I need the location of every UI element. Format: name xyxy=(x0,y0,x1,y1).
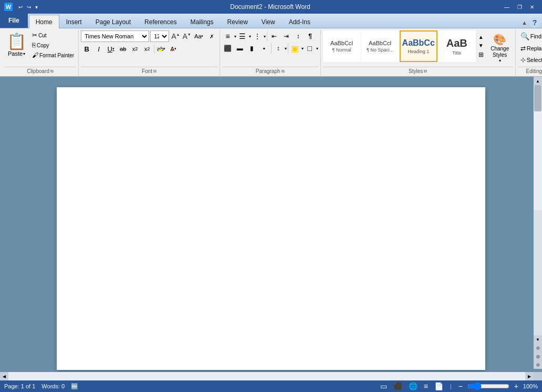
document-page[interactable] xyxy=(57,87,485,370)
style-no-spacing[interactable]: AaBbCcI ¶ No Spaci... xyxy=(361,30,399,62)
zoom-percentage[interactable]: 100% xyxy=(523,383,538,389)
tab-home[interactable]: Home xyxy=(29,15,59,28)
borders-button[interactable]: □ xyxy=(304,43,316,54)
font-color-button[interactable]: A ▾ xyxy=(168,43,179,55)
scroll-track-lower xyxy=(534,210,542,335)
gallery-scroll-down[interactable]: ▼ xyxy=(476,42,486,49)
grow-font-button[interactable]: A▲ xyxy=(170,32,181,40)
paste-dropdown-arrow[interactable]: ▾ xyxy=(23,51,25,56)
style-title[interactable]: AaB Title xyxy=(438,30,476,62)
change-case-button[interactable]: Aa▾ xyxy=(193,30,205,42)
styles-dialog-launcher[interactable]: ⧉ xyxy=(424,69,427,74)
help-button[interactable]: ? xyxy=(529,17,540,28)
scroll-left-button[interactable]: ◀ xyxy=(0,372,8,380)
bullets-dropdown[interactable]: ▾ xyxy=(234,34,236,39)
underline-button[interactable]: U▾ xyxy=(105,43,117,55)
align-right-button[interactable]: ▮ xyxy=(246,43,258,54)
tab-page-layout[interactable]: Page Layout xyxy=(89,15,138,28)
scroll-thumb[interactable] xyxy=(534,85,541,111)
clear-formatting-button[interactable]: ✗ xyxy=(206,30,217,42)
minimize-button[interactable]: — xyxy=(501,2,513,12)
decrease-indent-button[interactable]: ⇤ xyxy=(268,30,280,42)
zoom-in-button[interactable]: + xyxy=(513,381,520,391)
gallery-scroll-up[interactable]: ▲ xyxy=(476,33,486,41)
scrollbar-corner xyxy=(534,372,542,380)
change-styles-dropdown[interactable]: ▾ xyxy=(499,58,501,63)
italic-button[interactable]: I xyxy=(93,43,105,55)
select-icon: ⊹ xyxy=(520,56,526,64)
align-center-button[interactable]: ▬ xyxy=(234,43,246,54)
draft-view[interactable]: 📄 xyxy=(433,381,445,391)
multilevel-list-button[interactable]: ⋮ xyxy=(252,30,263,42)
full-screen-view[interactable]: ⬛ xyxy=(392,381,404,391)
vertical-scrollbar[interactable]: ▲ ▼ ⊙ ◎ ⊙ xyxy=(534,77,542,369)
close-button[interactable]: ✕ xyxy=(526,2,538,12)
superscript-button[interactable]: x2 xyxy=(141,43,153,55)
change-styles-button[interactable]: 🎨 ChangeStyles ▾ xyxy=(487,30,513,66)
style-normal-preview: AaBbCcI xyxy=(330,40,353,46)
style-normal[interactable]: AaBbCcI ¶ Normal xyxy=(323,30,361,62)
undo-button[interactable]: ↩ xyxy=(17,4,24,11)
justify-button[interactable]: ▪ xyxy=(258,43,270,54)
subscript-button[interactable]: x2 xyxy=(129,43,141,55)
tab-mailings[interactable]: Mailings xyxy=(183,15,220,28)
quick-access-customize[interactable]: ▾ xyxy=(34,4,39,11)
scroll-right-button[interactable]: ▶ xyxy=(525,372,534,380)
tab-review[interactable]: Review xyxy=(220,15,254,28)
redo-button[interactable]: ↪ xyxy=(25,4,33,11)
paragraph-dialog-launcher[interactable]: ⧉ xyxy=(282,69,285,74)
borders-dropdown[interactable]: ▾ xyxy=(316,46,318,51)
select-button[interactable]: ⊹ Select ▾ xyxy=(518,55,542,65)
scroll-down-button[interactable]: ▼ xyxy=(534,335,542,344)
style-heading1[interactable]: AaBbCc Heading 1 xyxy=(400,30,437,62)
scroll-up-button[interactable]: ▲ xyxy=(534,77,542,85)
text-highlight-button[interactable]: ab ▾ xyxy=(155,43,167,55)
browse-select-button[interactable]: ◎ xyxy=(534,352,542,360)
cut-button[interactable]: ✂ Cut xyxy=(30,30,76,40)
browse-next-button[interactable]: ⊙ xyxy=(534,360,542,369)
tab-add-ins[interactable]: Add-Ins xyxy=(282,15,317,28)
bold-button[interactable]: B xyxy=(81,43,92,55)
strikethrough-button[interactable]: ab xyxy=(117,43,129,55)
shrink-font-button[interactable]: A▼ xyxy=(181,32,192,40)
shading-dropdown[interactable]: ▾ xyxy=(301,46,304,51)
tab-references[interactable]: References xyxy=(138,15,183,28)
align-left-button[interactable]: ⬛ xyxy=(222,43,234,54)
horizontal-scrollbar[interactable]: ◀ ▶ xyxy=(0,372,534,380)
zoom-out-button[interactable]: − xyxy=(456,381,464,391)
paste-button[interactable]: 📋 Paste ▾ xyxy=(4,30,29,58)
font-dialog-launcher[interactable]: ⧉ xyxy=(153,69,157,74)
web-layout-view[interactable]: 🌐 xyxy=(407,381,419,391)
line-spacing-button[interactable]: ↕ xyxy=(273,43,284,54)
multilevel-dropdown[interactable]: ▾ xyxy=(264,34,266,39)
format-painter-button[interactable]: 🖌 Format Painter xyxy=(30,50,76,60)
tab-file[interactable]: File xyxy=(0,13,28,28)
find-button[interactable]: 🔍 Find ▾ xyxy=(518,30,542,42)
zoom-slider[interactable] xyxy=(467,384,509,389)
numbering-dropdown[interactable]: ▾ xyxy=(249,34,251,39)
browse-prev-button[interactable]: ⊙ xyxy=(534,344,542,352)
font-family-select[interactable]: Times New Roman Arial Calibri xyxy=(81,30,149,42)
line-spacing-dropdown[interactable]: ▾ xyxy=(285,46,287,51)
increase-indent-button[interactable]: ⇥ xyxy=(280,30,292,42)
sort-button[interactable]: ↕ xyxy=(293,30,304,42)
bullets-button[interactable]: ≡ xyxy=(222,30,234,42)
tab-insert[interactable]: Insert xyxy=(59,15,89,28)
show-marks-button[interactable]: ¶ xyxy=(305,30,316,42)
shading-button[interactable]: ▣ xyxy=(289,43,301,54)
restore-button[interactable]: ❐ xyxy=(514,2,525,12)
gallery-more[interactable]: ⊞ xyxy=(476,50,486,59)
clipboard-dialog-launcher[interactable]: ⧉ xyxy=(50,69,54,74)
outline-view[interactable]: ≡ xyxy=(422,381,430,391)
font-size-select[interactable]: 12 10 11 14 16 xyxy=(150,30,169,42)
ribbon-minimize-icon[interactable]: ▲ xyxy=(522,19,527,26)
replace-button[interactable]: ⇄ Replace xyxy=(518,43,542,54)
select-label: Select xyxy=(527,57,542,63)
copy-button[interactable]: ⎘ Copy xyxy=(30,40,76,50)
change-styles-icon: 🎨 xyxy=(493,33,506,46)
tab-row: File Home Insert Page Layout References … xyxy=(0,14,542,28)
tab-view[interactable]: View xyxy=(255,15,282,28)
print-layout-view[interactable]: ▭ xyxy=(379,381,389,391)
document-area[interactable]: ▲ ▼ ⊙ ◎ ⊙ ◀ ▶ xyxy=(0,77,542,380)
numbering-button[interactable]: ☰ xyxy=(237,30,248,42)
